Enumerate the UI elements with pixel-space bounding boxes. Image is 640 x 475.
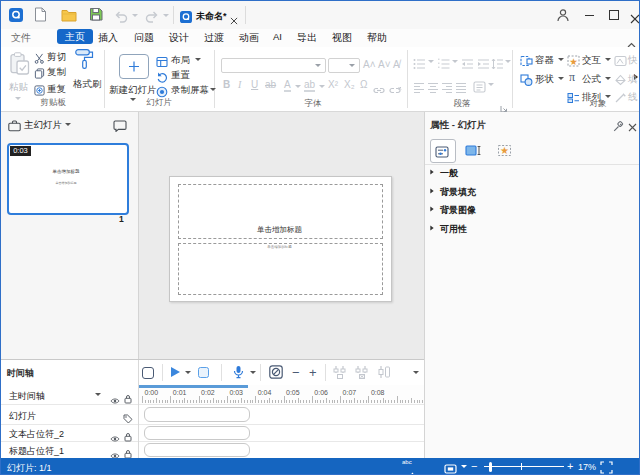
interaction-icon[interactable]: ★	[567, 53, 580, 71]
format-painter-button[interactable]: 格式刷	[73, 78, 102, 91]
container-button[interactable]: 容器	[535, 54, 554, 67]
track-main-timeline[interactable]: 主时间轴	[9, 390, 45, 403]
zoom-fit-timeline-icon[interactable]	[269, 365, 283, 383]
section-background-image[interactable]: 背景图像	[440, 204, 476, 217]
link-icon[interactable]	[373, 81, 385, 99]
superscript-icon[interactable]: X²	[328, 79, 338, 90]
tab-close-icon[interactable]	[230, 11, 238, 29]
properties-close-icon[interactable]	[628, 118, 637, 136]
shape-icon[interactable]	[520, 72, 533, 90]
record-narration-icon[interactable]	[233, 365, 244, 383]
new-slide-button[interactable]: 新建幻灯片	[109, 84, 157, 97]
menu-file[interactable]: 文件	[11, 31, 31, 45]
menu-help[interactable]: 帮助	[367, 31, 387, 45]
bold-icon[interactable]: B	[223, 79, 230, 90]
lock-icon-main[interactable]	[124, 390, 132, 408]
align-left-icon[interactable]	[413, 79, 425, 97]
undo-dropdown-icon[interactable]	[132, 14, 138, 17]
save-button[interactable]	[89, 7, 103, 25]
align-justify-icon[interactable]	[455, 79, 467, 97]
subtitle-placeholder[interactable]	[178, 243, 383, 295]
title-placeholder-bar[interactable]	[144, 443, 250, 457]
stop-icon[interactable]	[198, 367, 209, 378]
text-direction-dropdown-icon[interactable]	[488, 83, 494, 86]
delete-time-icon[interactable]	[355, 365, 369, 383]
redo-button[interactable]	[145, 9, 159, 27]
equation-icon[interactable]: π	[569, 70, 575, 85]
section-general-arrow-icon[interactable]	[430, 169, 433, 174]
menu-ai[interactable]: AI	[273, 31, 282, 42]
increase-font-icon[interactable]: A˄	[363, 59, 376, 70]
eye-icon-text[interactable]	[110, 429, 120, 447]
section-general[interactable]: 一般	[440, 167, 458, 180]
new-slide-icon[interactable]	[119, 54, 149, 79]
record-narration-dropdown-icon[interactable]	[250, 371, 256, 374]
minimize-button[interactable]	[585, 15, 594, 16]
section-bgimage-arrow-icon[interactable]	[430, 206, 433, 211]
preview-icon[interactable]	[444, 461, 457, 475]
track-title-placeholder[interactable]: 标题占位符_1	[9, 445, 64, 458]
line-spacing-icon[interactable]	[491, 56, 504, 74]
play-icon[interactable]	[171, 367, 180, 377]
timeline-more-dropdown-icon[interactable]	[413, 371, 419, 374]
format-painter-icon[interactable]	[75, 48, 94, 76]
duplicate-button[interactable]: 重复	[47, 83, 66, 96]
timeline-ruler[interactable]: 0:000:010:020:030:040:050:060:070:08	[139, 385, 424, 404]
slide-time-bar[interactable]	[144, 407, 250, 422]
bullet-list-icon[interactable]	[413, 56, 426, 74]
split-audio-icon[interactable]	[377, 365, 391, 383]
paste-icon[interactable]	[9, 52, 30, 81]
insert-time-icon[interactable]	[333, 365, 347, 383]
font-size-select[interactable]	[328, 58, 360, 73]
container-icon[interactable]	[520, 53, 533, 71]
menu-home-active[interactable]: 主页	[57, 29, 93, 45]
track-text-placeholder[interactable]: 文本占位符_2	[9, 428, 64, 441]
cut-button[interactable]: 剪切	[47, 51, 66, 64]
zoom-slider[interactable]	[484, 466, 564, 467]
eye-icon-main[interactable]	[110, 391, 120, 409]
menu-animations[interactable]: 动画	[239, 31, 259, 45]
close-button[interactable]	[630, 10, 640, 28]
copy-button[interactable]: 复制	[47, 66, 66, 79]
zoom-out-icon[interactable]: −	[471, 460, 477, 472]
text-placeholder-bar[interactable]	[144, 426, 250, 440]
menu-insert[interactable]: 插入	[98, 31, 118, 45]
equation-dropdown-icon[interactable]	[605, 77, 611, 80]
align-center-icon[interactable]	[427, 79, 439, 97]
underline-icon[interactable]: U	[251, 79, 258, 90]
menu-questions[interactable]: 问题	[134, 31, 154, 45]
section-background-fill[interactable]: 背景填充	[440, 186, 476, 199]
open-project-button[interactable]	[61, 8, 77, 26]
preview-dropdown-icon[interactable]	[461, 465, 467, 468]
subscript-icon[interactable]: X₂	[344, 79, 355, 90]
increase-indent-icon[interactable]	[477, 56, 490, 74]
undo-button[interactable]	[114, 9, 128, 27]
zoom-out-timeline-icon[interactable]: −	[292, 365, 300, 380]
slides-panel-view-select[interactable]: 主幻灯片	[24, 119, 62, 132]
play-dropdown-icon[interactable]	[185, 371, 191, 374]
font-color-icon[interactable]: A	[284, 79, 291, 92]
italic-icon[interactable]: I	[238, 79, 241, 90]
shape-button[interactable]: 形状	[535, 73, 554, 86]
paste-dropdown-icon[interactable]	[15, 97, 21, 100]
copy-icon[interactable]	[34, 65, 45, 83]
comment-icon[interactable]	[113, 118, 127, 136]
clear-format-icon[interactable]: A̸	[393, 59, 400, 70]
layout-button[interactable]: 布局	[171, 54, 190, 67]
equation-button[interactable]: 公式	[582, 73, 601, 86]
quick-style-icon[interactable]	[614, 53, 627, 71]
shape-dropdown-icon[interactable]	[558, 77, 564, 80]
paste-button[interactable]: 粘贴	[9, 81, 28, 94]
section-accessibility-arrow-icon[interactable]	[430, 225, 433, 230]
numbered-list-icon[interactable]	[437, 56, 450, 74]
lock-icon-text[interactable]	[124, 428, 132, 446]
tag-icon-slide[interactable]	[123, 410, 133, 428]
font-color-dropdown-icon[interactable]	[295, 85, 301, 88]
fill-button[interactable]: 填	[628, 73, 638, 86]
fit-window-icon[interactable]	[600, 460, 613, 475]
strikethrough-icon[interactable]: ab	[265, 79, 276, 90]
redo-dropdown-icon[interactable]	[163, 14, 169, 17]
bullet-list-dropdown-icon[interactable]	[428, 60, 434, 63]
properties-tab-size-icon[interactable]	[465, 143, 482, 161]
maximize-button[interactable]	[609, 10, 619, 20]
